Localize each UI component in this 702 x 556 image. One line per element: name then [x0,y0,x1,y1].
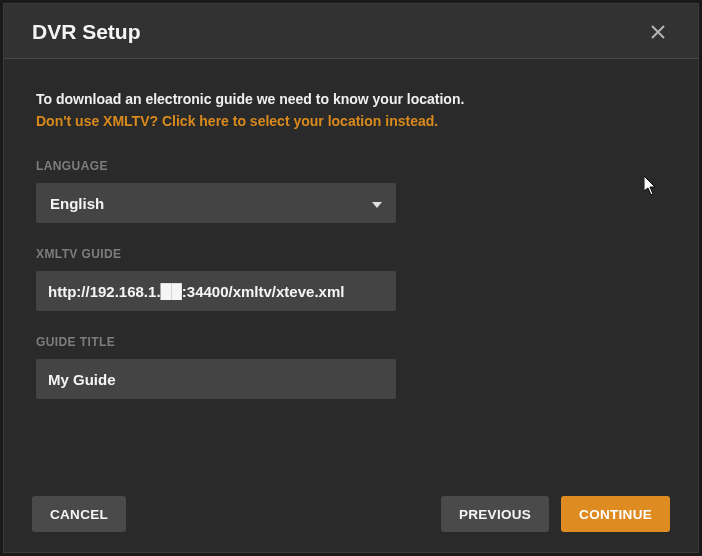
modal-header: DVR Setup [4,4,698,59]
modal-title: DVR Setup [32,20,141,44]
xmltv-guide-field-group: XMLTV GUIDE [36,247,666,311]
dvr-setup-modal: DVR Setup To download an electronic guid… [3,3,699,553]
modal-body: To download an electronic guide we need … [4,59,698,480]
close-icon [650,24,666,40]
modal-footer: CANCEL PREVIOUS CONTINUE [4,480,698,552]
language-select-value: English [50,195,372,212]
language-field-group: LANGUAGE English [36,159,666,223]
guide-title-field-group: GUIDE TITLE [36,335,666,399]
intro-text: To download an electronic guide we need … [36,91,666,107]
previous-button[interactable]: PREVIOUS [441,496,549,532]
xmltv-guide-input[interactable] [36,271,396,311]
alt-location-link[interactable]: Don't use XMLTV? Click here to select yo… [36,113,438,129]
cancel-button[interactable]: CANCEL [32,496,126,532]
guide-title-label: GUIDE TITLE [36,335,666,349]
continue-button[interactable]: CONTINUE [561,496,670,532]
language-label: LANGUAGE [36,159,666,173]
language-select[interactable]: English [36,183,396,223]
xmltv-guide-label: XMLTV GUIDE [36,247,666,261]
guide-title-input[interactable] [36,359,396,399]
chevron-down-icon [372,194,382,212]
close-button[interactable] [646,20,670,44]
